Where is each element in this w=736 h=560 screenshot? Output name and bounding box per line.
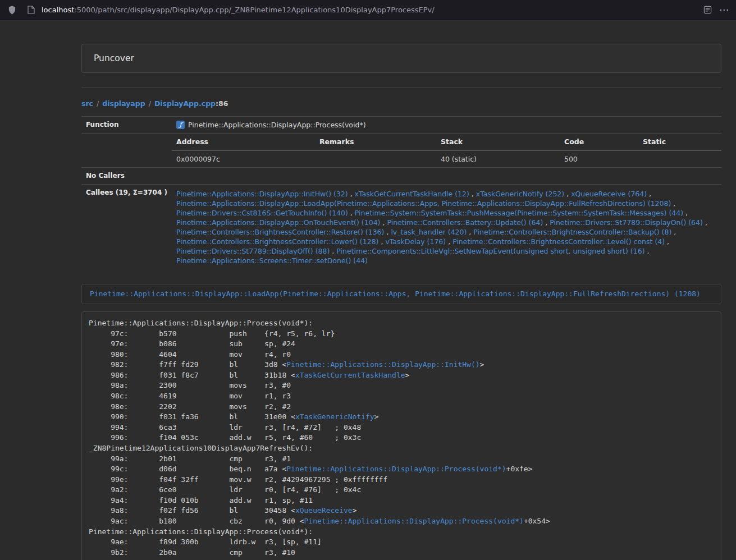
stack-value: 40 (static) — [436, 150, 560, 167]
disassembly-symbol-link[interactable]: Pinetime::Applications::DisplayApp::Init… — [286, 360, 479, 369]
callee-link[interactable]: xTaskGenericNotify (252) — [476, 190, 564, 198]
breadcrumb-line-number: :86 — [216, 99, 228, 108]
disassembly-text: 9a8: f02f fd56 bl 30458 < — [89, 506, 295, 515]
column-stack: Stack — [436, 134, 560, 150]
callee-separator: , — [469, 190, 476, 198]
shield-icon[interactable] — [6, 4, 18, 16]
callee-separator: , — [647, 190, 651, 198]
callee-link[interactable]: Pinetime::Controllers::BrightnessControl… — [176, 228, 384, 236]
code-value: 500 — [560, 150, 638, 167]
callee-link[interactable]: Pinetime::Drivers::St7789::DisplayOn() (… — [550, 218, 703, 227]
disassembly-symbol-link[interactable]: xTaskGetCurrentTaskHandle — [295, 371, 405, 379]
disassembly-symbol-link[interactable]: Pinetime::Applications::DisplayApp::Proc… — [304, 517, 524, 525]
more-menu-icon[interactable]: ⋯ — [718, 4, 730, 16]
callee-link[interactable]: xQueueReceive (764) — [571, 190, 647, 198]
disassembly-text: > — [405, 371, 410, 379]
disassembly-text: > — [480, 360, 484, 369]
disassembly-text: > — [374, 412, 379, 421]
address-value: 0x0000097c — [172, 150, 315, 167]
disassembly-text: 994: 6ca3 ldr r3, [r4, #72] ; 0x48 — [89, 423, 361, 432]
callee-link[interactable]: Pinetime::Drivers::Cst816S::GetTouchInfo… — [176, 209, 348, 217]
function-table: Function ƒ Pinetime::Applications::Displ… — [81, 116, 721, 270]
callee-link[interactable]: vTaskDelay (176) — [385, 237, 446, 246]
disassembly-text: 9a2: 6ce0 ldr r0, [r4, #76] ; 0x4c — [89, 485, 361, 494]
callee-separator: , — [467, 228, 473, 236]
callee-separator: , — [384, 228, 391, 236]
puncover-brand[interactable]: Puncover — [82, 53, 134, 63]
callee-link[interactable]: lv_task_handler (420) — [391, 228, 467, 236]
column-address: Address — [172, 134, 315, 150]
breadcrumb-separator: / — [97, 99, 99, 108]
callees-list: Pinetime::Applications::DisplayApp::Init… — [172, 185, 721, 270]
callee-link[interactable]: Pinetime::Controllers::BrightnessControl… — [452, 237, 665, 246]
disassembly-symbol-link[interactable]: Pinetime::Applications::DisplayApp::Proc… — [286, 465, 506, 473]
disassembly-text: +0xfe> — [506, 465, 533, 473]
function-label: Function — [81, 117, 172, 134]
callee-link[interactable]: Pinetime::System::SystemTask::PushMessag… — [355, 209, 683, 217]
callee-link[interactable]: Pinetime::Applications::Screens::Timer::… — [176, 256, 368, 265]
callee-link[interactable]: Pinetime::Applications::DisplayApp::Init… — [176, 190, 348, 198]
callee-link[interactable]: Pinetime::Applications::DisplayApp::OnTo… — [176, 218, 381, 227]
callees-label: Callees (19, Σ=3704 ) — [81, 185, 172, 270]
callee-separator: , — [665, 237, 669, 246]
function-row: Function ƒ Pinetime::Applications::Displ… — [81, 117, 721, 134]
function-icon: ƒ — [176, 121, 185, 129]
breadcrumb-link-src[interactable]: src — [81, 99, 93, 108]
no-callers-label: No Callers — [81, 168, 172, 185]
disassembly-text: 99e: f04f 32ff mov.w r2, #4294967295 ; 0… — [89, 475, 387, 484]
disassembly-text: 9ac: b180 cbz r0, 9d0 < — [89, 517, 304, 525]
disassembly-text: 990: f031 fa36 bl 31e00 < — [89, 412, 295, 421]
callee-separator: , — [543, 218, 550, 227]
callee-separator: , — [645, 247, 650, 255]
disassembly-text: 982: f7ff fd29 bl 3d8 < — [89, 360, 286, 369]
reader-mode-icon[interactable] — [701, 4, 714, 16]
function-symbol: Pinetime::Applications::DisplayApp::Proc… — [188, 120, 366, 130]
disassembly-code: Pinetime::Applications::DisplayApp::Proc… — [89, 318, 714, 558]
breadcrumb: src/displayapp/DisplayApp.cpp:86 — [81, 99, 721, 108]
callee-link[interactable]: xTaskGetCurrentTaskHandle (12) — [355, 190, 469, 198]
breadcrumb-link-file[interactable]: DisplayApp.cpp — [154, 99, 216, 108]
disassembly-text: > — [353, 506, 357, 515]
callee-link[interactable]: Pinetime::Controllers::BrightnessControl… — [176, 237, 379, 246]
breadcrumb-link-displayapp[interactable]: displayapp — [102, 99, 145, 108]
highlighted-callee-well: Pinetime::Applications::DisplayApp::Load… — [81, 284, 721, 304]
callee-separator: , — [348, 209, 355, 217]
callee-separator: , — [380, 218, 387, 227]
disassembly-text: 98e: 2202 movs r2, #2 — [89, 402, 291, 411]
disassembly-symbol-link[interactable]: xTaskGenericNotify — [295, 412, 374, 421]
disassembly-symbol-link[interactable]: xQueueReceive — [295, 506, 353, 515]
url-host: localhost — [42, 6, 74, 14]
static-value — [638, 150, 721, 167]
callee-separator: , — [683, 209, 688, 217]
callee-link[interactable]: Pinetime::Components::LittleVgl::SetNewT… — [336, 247, 644, 255]
callee-link[interactable]: Pinetime::Controllers::BrightnessControl… — [473, 228, 671, 236]
disassembly-text: 97c: b570 push {r4, r5, r6, lr} — [89, 329, 335, 338]
disassembly-text: 980: 4604 mov r4, r0 — [89, 350, 291, 359]
callees-row: Callees (19, Σ=3704 ) Pinetime::Applicat… — [81, 185, 721, 270]
disassembly-text: 99a: 2b01 cmp r3, #1 — [89, 455, 291, 463]
browser-chrome: localhost:5000/path/src/displayapp/Displ… — [0, 0, 736, 20]
metrics-values-row: 0x0000097c 40 (static) 500 — [172, 150, 721, 167]
disassembly-text: Pinetime::Applications::DisplayApp::Proc… — [89, 527, 313, 536]
disassembly-block: Pinetime::Applications::DisplayApp::Proc… — [81, 311, 721, 560]
highlighted-callee-link[interactable]: Pinetime::Applications::DisplayApp::Load… — [90, 290, 701, 298]
disassembly-text: 986: f031 f8c7 bl 31b18 < — [89, 371, 295, 379]
column-code: Code — [560, 134, 638, 150]
url-text: localhost:5000/path/src/displayapp/Displ… — [42, 6, 435, 14]
no-callers-row: No Callers — [81, 168, 721, 185]
disassembly-text: 99c: d06d beq.n a7a < — [89, 465, 286, 473]
callee-separator: , — [446, 237, 452, 246]
callee-separator: , — [703, 218, 707, 227]
callee-link[interactable]: Pinetime::Applications::DisplayApp::Load… — [176, 199, 671, 208]
navbar: Puncover — [81, 44, 721, 73]
callee-separator: , — [564, 190, 571, 198]
callee-link[interactable]: Pinetime::Controllers::Battery::Update()… — [387, 218, 543, 227]
disassembly-text: 9ae: f89d 300b ldrb.w r3, [sp, #11] — [89, 538, 322, 546]
callee-separator: , — [378, 237, 385, 246]
callee-separator: , — [348, 190, 355, 198]
url-bar[interactable]: localhost:5000/path/src/displayapp/Displ… — [22, 4, 697, 16]
breadcrumb-separator: / — [149, 99, 151, 108]
callee-link[interactable]: Pinetime::Drivers::St7789::DisplayOff() … — [176, 247, 330, 255]
disassembly-text: +0x54> — [524, 517, 550, 525]
metrics-row: Address Remarks Stack Code Static 0x0000… — [81, 134, 721, 168]
